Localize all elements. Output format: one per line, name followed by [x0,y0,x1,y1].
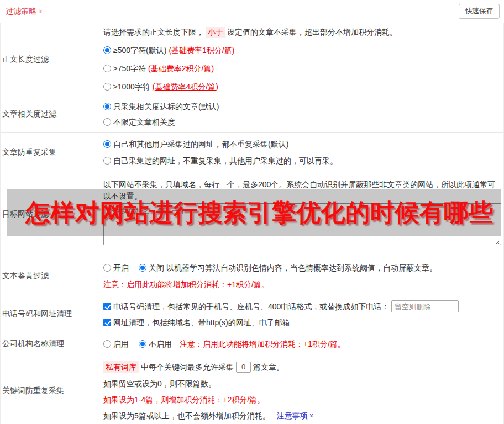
radio-dedup-all-button[interactable] [103,140,111,148]
radio-relevance-on-button[interactable] [103,103,111,110]
section-label: 正文长度过滤 [1,23,103,96]
keyword-note-unlimited: 如果留空或设为0，则不限篇数。 [103,378,498,389]
blocked-domains-textarea[interactable] [103,203,501,245]
section-label: 文章防重复采集 [1,132,103,172]
section-content: 开启 关闭 以机器学习算法自动识别色情内容，当色情概率达到系统阈值，自动屏蔽文章… [103,256,503,296]
keyword-limit-input[interactable] [236,362,251,373]
radio-750-button[interactable] [103,65,111,72]
section-label: 电话号码和网址清理 [1,296,103,332]
company-clean-options: 启用 不启用 注意：启用此功能将增加积分消耗：+1积分/篇。 [103,338,498,349]
phone-clean-option: 电话号码清理，包括常见的手机号、座机号、400电话格式，或替换成如下电话： [103,300,498,312]
target-site-description: 以下网站不采集，只填域名，每行一个，最多200个。系统会自动识别并屏蔽那些非文章… [103,179,501,202]
section-body-length-filter: 正文长度过滤 请选择需求的正文长度下限， 小于 设定值的文章不采集，超出部分不增… [1,23,503,96]
phone-clean-checkbox[interactable] [103,303,111,310]
fee-note: (基础费率4积分/篇) [153,81,218,92]
notes-link[interactable]: 注意事项 [277,410,308,421]
less-than-highlight: 小于 [206,26,225,38]
porn-filter-options: 开启 关闭 以机器学习算法自动识别色情内容，当色情概率达到系统阈值，自动屏蔽文章… [103,262,498,273]
radio-option-dedup-self: 自己采集过的网址，不重复采集，其他用户采集过的，可以再采。 [103,155,498,166]
page-title[interactable]: 过滤策略 » [6,7,43,17]
double-down-chevron-icon: » [308,414,316,417]
section-content: 启用 不启用 注意：启用此功能将增加积分消耗：+1积分/篇。 [103,332,503,356]
page-title-text: 过滤策略 [6,7,36,17]
section-porn-filter: 文本鉴黄过滤 开启 关闭 以机器学习算法自动识别色情内容，当色情概率达到系统阈值… [1,256,503,296]
page-header: 过滤策略 » 快速保存 [0,0,504,23]
radio-company-off-button[interactable] [139,340,146,348]
section-phone-url-clean: 电话号码和网址清理 电话号码清理，包括常见的手机号、座机号、400电话格式，或替… [1,296,503,332]
keyword-limit-row: 私有词库 中每个关键词最多允许采集 篇文章。 [103,361,498,373]
double-down-chevron-icon: » [38,9,45,13]
section-content: 自己和其他用户采集过的网址，都不重复采集(默认) 自己采集过的网址，不重复采集，… [103,132,503,172]
radio-1000-button[interactable] [103,83,111,91]
section-article-dedup: 文章防重复采集 自己和其他用户采集过的网址，都不重复采集(默认) 自己采集过的网… [1,132,503,172]
replacement-phone-input[interactable] [391,300,459,312]
radio-porn-off-button[interactable] [139,264,146,272]
section-content: 只采集相关度达标的文章(默认) 不限定文章相关度 [103,96,503,132]
section-label: 关键词防重复采集 [1,356,103,424]
keyword-note-five: 如果设为5篇或以上，也不会额外增加积分消耗。 注意事项 » [103,410,498,421]
radio-relevance-off-button[interactable] [103,118,111,126]
section-content: 请选择需求的正文长度下限， 小于 设定值的文章不采集，超出部分不增加积分消耗。 … [103,23,503,96]
section-relevance-filter: 文章相关度过滤 只采集相关度达标的文章(默认) 不限定文章相关度 [1,96,503,132]
filter-strategy-page: 过滤策略 » 快速保存 正文长度过滤 请选择需求的正文长度下限， 小于 设定值的… [0,0,504,424]
section-content: 私有词库 中每个关键词最多允许采集 篇文章。 如果留空或设为0，则不限篇数。 如… [103,356,503,424]
radio-option-750: ≥750字符 (基础费率2积分/篇) [103,63,498,74]
keyword-note-cost: 如果设为1-4篇，则增加积分消耗：+2积分/篇。 [103,394,498,405]
radio-option-1000: ≥1000字符 (基础费率4积分/篇) [103,81,498,92]
radio-dedup-self-button[interactable] [103,157,111,165]
section-target-site-filter: 目标网站过滤 以下网站不采集，只填域名，每行一个，最多200个。系统会自动识别并… [1,172,503,256]
url-clean-option: 网址清理，包括纯域名、带http(s)的网址、电子邮箱 [103,317,498,328]
private-lexicon-badge: 私有词库 [103,361,139,373]
section-label: 文本鉴黄过滤 [1,256,103,296]
section-company-name-clean: 公司机构名称清理 启用 不启用 注意：启用此功能将增加积分消耗：+1积分/篇。 [1,332,503,356]
fee-note: (基础费率1积分/篇) [169,45,234,56]
radio-option-dedup-all: 自己和其他用户采集过的网址，都不重复采集(默认) [103,139,498,150]
porn-filter-note: 注意：启用此功能将增加积分消耗：+1积分/篇。 [103,279,498,290]
section-content: 电话号码清理，包括常见的手机号、座机号、400电话格式，或替换成如下电话： 网址… [103,296,503,332]
radio-option-500: ≥500字符(默认) (基础费率1积分/篇) [103,45,498,56]
radio-option-relevance-on: 只采集相关度达标的文章(默认) [103,101,498,112]
radio-option-relevance-off: 不限定文章相关度 [103,116,498,128]
radio-porn-on-button[interactable] [103,264,111,272]
company-clean-note: 注意：启用此功能将增加积分消耗：+1积分/篇。 [180,338,345,349]
quick-save-button[interactable]: 快速保存 [459,4,500,19]
section-label: 目标网站过滤 [1,172,103,256]
section-label: 文章相关度过滤 [1,96,103,132]
radio-company-on-button[interactable] [103,340,111,348]
section-keyword-dedup: 关键词防重复采集 私有词库 中每个关键词最多允许采集 篇文章。 如果留空或设为0… [1,356,503,424]
url-clean-checkbox[interactable] [103,319,111,326]
body-length-description: 请选择需求的正文长度下限， 小于 设定值的文章不采集，超出部分不增加积分消耗。 [103,26,498,38]
settings-table: 正文长度过滤 请选择需求的正文长度下限， 小于 设定值的文章不采集，超出部分不增… [0,23,504,424]
section-label: 公司机构名称清理 [1,332,103,356]
radio-500-button[interactable] [103,46,111,54]
section-content: 以下网站不采集，只填域名，每行一个，最多200个。系统会自动识别并屏蔽那些非文章… [103,172,504,256]
fee-note: (基础费率2积分/篇) [148,63,214,74]
